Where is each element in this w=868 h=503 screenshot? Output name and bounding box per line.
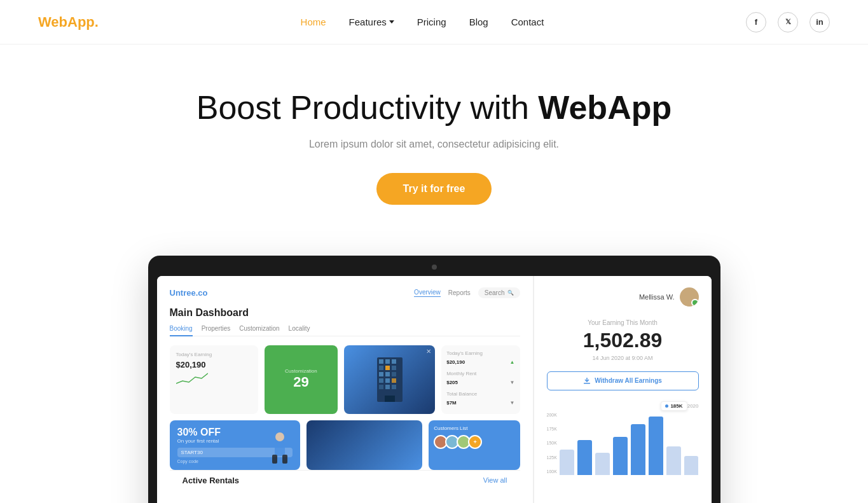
stats-balance-label: Total Balance (446, 391, 477, 397)
stats-earning-value: $20,190 (446, 359, 465, 365)
twitter-icon[interactable]: 𝕏 (778, 12, 798, 32)
laptop-camera (432, 265, 437, 270)
stats-balance-value: $7M (446, 400, 457, 406)
brand-logo[interactable]: WebApp. (38, 14, 99, 31)
promo-card: 30% OFF On your first rental START30 Cop… (170, 420, 301, 470)
stats-earning-value-row: $20,190 ▲ (446, 359, 514, 365)
svg-rect-8 (385, 372, 390, 376)
svg-rect-18 (275, 442, 285, 456)
dashboard-tabs: Booking Properties Customization Localit… (170, 325, 520, 336)
svg-rect-12 (392, 378, 396, 383)
svg-rect-2 (385, 359, 390, 364)
svg-point-21 (685, 289, 694, 298)
y-label-100k: 100K (547, 469, 557, 474)
chart-y-axis: 200K 175K 150K 125K 100K (547, 411, 557, 475)
cta-button[interactable]: Try it for free (376, 173, 492, 205)
active-rentals-bar: Active Rentals View all (170, 470, 520, 490)
nav-link-home[interactable]: Home (301, 17, 326, 27)
brand-name: WebApp (38, 14, 95, 30)
chart-body: 200K 175K 150K 125K 100K 185K (547, 411, 699, 475)
tab-locality[interactable]: Locality (289, 325, 310, 332)
stats-card: Today's Earning $20,190 ▲ Monthly Rent $… (441, 345, 520, 414)
customers-label: Customers List (434, 425, 514, 431)
chart-bars: 185K (560, 411, 699, 475)
bar-3 (595, 453, 610, 475)
earning-month-value: 1,502.89 (547, 329, 699, 352)
svg-rect-15 (392, 385, 396, 389)
svg-rect-1 (379, 359, 383, 364)
nav-item-features[interactable]: Features (349, 17, 394, 27)
svg-rect-19 (272, 455, 277, 464)
laptop-frame: Untree.co Overview Reports Search 🔍 Main… (148, 256, 720, 503)
stats-rent-label: Monthly Rent (446, 371, 476, 376)
bar-2 (577, 440, 592, 475)
stats-rent-value-row: $205 ▼ (446, 380, 514, 385)
cards-bottom-row: 30% OFF On your first rental START30 Cop… (170, 420, 520, 470)
screen-right-panel: Mellissa W. Your Earning This Month 1,50… (534, 276, 712, 503)
chart-tooltip: 185K (661, 401, 687, 411)
nav-link-pricing[interactable]: Pricing (417, 17, 446, 27)
stats-earning-label: Today's Earning (446, 350, 483, 356)
nav-link-contact[interactable]: Contact (511, 17, 544, 27)
stats-rent-value: $205 (446, 380, 458, 385)
svg-rect-13 (379, 385, 383, 389)
nav-links: Home Features Pricing Blog Contact (301, 17, 544, 28)
mockup-wrapper: Untree.co Overview Reports Search 🔍 Main… (0, 230, 868, 503)
y-label-200k: 200K (547, 413, 557, 417)
stats-earning-row: Today's Earning (446, 350, 514, 356)
svg-rect-9 (392, 372, 396, 376)
tab-booking[interactable]: Booking (170, 325, 193, 336)
tab-properties[interactable]: Properties (202, 325, 231, 332)
hero-title-pre: Boost Productivity with (196, 89, 539, 126)
arrow-down-icon2: ▼ (510, 400, 515, 406)
withdraw-label: Withdraw All Earnings (595, 377, 662, 384)
tooltip-value: 185K (670, 403, 682, 409)
chevron-down-icon (389, 20, 394, 24)
nav-link-blog[interactable]: Blog (469, 17, 488, 27)
bar-6 (649, 417, 663, 475)
bar-8 (684, 456, 699, 475)
dashboard-title: Main Dashboard (170, 307, 520, 319)
facebook-icon[interactable]: f (746, 12, 766, 32)
svg-rect-16 (385, 396, 395, 402)
svg-rect-11 (385, 378, 390, 383)
earning-month-label: Your Earning This Month (547, 319, 699, 326)
earning-label: Today's Earning (176, 352, 252, 357)
search-bar[interactable]: Search 🔍 (478, 287, 520, 298)
svg-point-22 (682, 300, 697, 307)
earnings-chart: 14 Jun 2020 200K 175K 150K 125K 100K (547, 403, 699, 475)
cards-top-row: Today's Earning $20,190 Customization 29 (170, 345, 520, 414)
svg-rect-10 (379, 378, 383, 383)
close-icon[interactable]: ✕ (426, 348, 431, 355)
customization-card: Customization 29 (265, 345, 338, 414)
nav-item-contact[interactable]: Contact (511, 17, 544, 28)
nav-overview[interactable]: Overview (414, 289, 441, 297)
avatar-more: + (468, 435, 482, 449)
withdraw-button[interactable]: Withdraw All Earnings (547, 371, 699, 390)
customization-label: Customization (285, 368, 317, 374)
linkedin-icon[interactable]: in (809, 12, 830, 32)
social-links: f 𝕏 in (746, 12, 830, 32)
earning-card: Today's Earning $20,190 (170, 345, 258, 414)
nav-item-pricing[interactable]: Pricing (417, 17, 446, 28)
nav-link-features[interactable]: Features (349, 17, 394, 27)
svg-rect-3 (392, 359, 396, 364)
screen-header: Untree.co Overview Reports Search 🔍 (170, 287, 520, 298)
arrow-up-icon: ▲ (510, 359, 515, 365)
person-illustration (267, 431, 293, 470)
stats-balance-row: Total Balance (446, 391, 514, 397)
nav-reports[interactable]: Reports (448, 289, 471, 296)
svg-point-17 (275, 432, 284, 441)
view-all-link[interactable]: View all (483, 476, 507, 484)
tab-customization[interactable]: Customization (239, 325, 279, 332)
building-card: ✕ (344, 345, 435, 414)
bar-5 (631, 424, 645, 475)
y-label-175k: 175K (547, 427, 557, 431)
trend-chart (176, 372, 252, 386)
tooltip-dot (665, 404, 668, 408)
nav-item-home[interactable]: Home (301, 17, 326, 28)
svg-rect-23 (584, 383, 590, 384)
hero-title-bold: WebApp (538, 89, 672, 126)
nav-item-blog[interactable]: Blog (469, 17, 488, 28)
user-avatar (680, 287, 699, 307)
